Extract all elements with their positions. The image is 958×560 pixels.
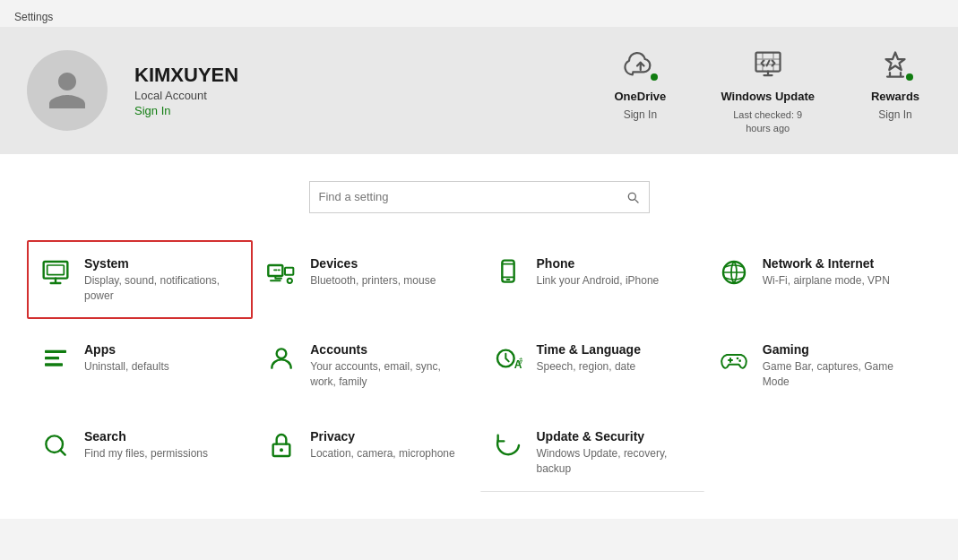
update-text: Update & Security Windows Update, recove…	[537, 429, 693, 477]
svg-rect-4	[285, 267, 293, 274]
search-icon	[626, 190, 640, 204]
svg-rect-8	[45, 350, 66, 353]
svg-point-19	[280, 448, 283, 452]
accounts-desc: Your accounts, email, sync, work, family	[310, 359, 466, 390]
search-setting-icon	[39, 429, 72, 461]
profile-header: KIMXUYEN Local Account Sign In OneDrive …	[0, 27, 958, 154]
settings-grid: System Display, sound, notifications, po…	[0, 231, 958, 519]
onedrive-signin: Sign In	[624, 108, 657, 121]
setting-item-network[interactable]: Network & Internet Wi-Fi, airplane mode,…	[705, 240, 931, 320]
devices-text: Devices Bluetooth, printers, mouse	[310, 256, 436, 289]
setting-item-apps[interactable]: Apps Uninstall, defaults	[27, 326, 253, 406]
svg-rect-2	[47, 265, 65, 275]
username: KIMXUYEN	[134, 64, 238, 87]
devices-desc: Bluetooth, printers, mouse	[310, 273, 436, 289]
network-icon	[718, 256, 750, 289]
windows-update-service[interactable]: Windows Update Last checked: 9hours ago	[721, 45, 815, 136]
header-services: OneDrive Sign In Windows Update Last che…	[604, 45, 931, 136]
setting-item-accounts[interactable]: Accounts Your accounts, email, sync, wor…	[253, 326, 479, 406]
avatar	[27, 50, 108, 131]
time-text: Time & Language Speech, region, date	[537, 342, 641, 375]
network-title: Network & Internet	[763, 256, 890, 271]
update-title: Update & Security	[537, 429, 693, 444]
privacy-title: Privacy	[310, 429, 454, 444]
user-info: KIMXUYEN Local Account Sign In	[134, 64, 238, 117]
svg-point-11	[277, 349, 287, 359]
search-desc: Find my files, permissions	[84, 446, 208, 461]
apps-title: Apps	[84, 342, 169, 357]
phone-title: Phone	[537, 256, 660, 271]
onedrive-label: OneDrive	[614, 90, 666, 103]
system-text: System Display, sound, notifications, po…	[84, 256, 240, 304]
gaming-icon	[718, 342, 750, 375]
onedrive-status-dot	[649, 72, 660, 82]
windows-update-label: Windows Update	[721, 90, 815, 103]
svg-point-5	[288, 278, 292, 282]
setting-item-update[interactable]: Update & Security Windows Update, recove…	[479, 413, 705, 492]
gaming-desc: Game Bar, captures, Game Mode	[763, 359, 919, 390]
system-desc: Display, sound, notifications, power	[84, 273, 240, 304]
devices-icon	[265, 256, 298, 289]
apps-text: Apps Uninstall, defaults	[84, 342, 169, 375]
devices-title: Devices	[310, 256, 436, 271]
accounts-icon	[265, 342, 298, 375]
search-text: Search Find my files, permissions	[84, 429, 208, 461]
rewards-label: Rewards	[871, 90, 919, 103]
windows-update-sub: Last checked: 9hours ago	[733, 108, 802, 136]
phone-icon	[492, 256, 524, 289]
rewards-status-dot	[904, 72, 915, 82]
svg-text:あ: あ	[517, 358, 522, 366]
network-desc: Wi-Fi, airplane mode, VPN	[763, 273, 890, 289]
search-title: Search	[84, 429, 208, 444]
svg-rect-9	[45, 357, 59, 359]
apps-desc: Uninstall, defaults	[84, 359, 169, 375]
accounts-title: Accounts	[310, 342, 466, 357]
windows-update-icon	[748, 45, 788, 84]
app-title: Settings	[14, 11, 53, 23]
update-desc: Windows Update, recovery, backup	[537, 446, 693, 477]
account-type: Local Account	[134, 89, 238, 102]
svg-point-16	[738, 360, 741, 363]
time-title: Time & Language	[537, 342, 641, 357]
setting-item-gaming[interactable]: Gaming Game Bar, captures, Game Mode	[705, 326, 931, 406]
phone-text: Phone Link your Android, iPhone	[537, 256, 660, 289]
setting-item-search[interactable]: Search Find my files, permissions	[27, 413, 253, 492]
privacy-desc: Location, camera, microphone	[310, 446, 454, 461]
network-text: Network & Internet Wi-Fi, airplane mode,…	[763, 256, 890, 289]
gaming-text: Gaming Game Bar, captures, Game Mode	[763, 342, 919, 390]
update-icon	[492, 429, 524, 461]
search-input[interactable]	[319, 190, 626, 203]
search-box	[309, 181, 650, 213]
person-icon	[45, 68, 90, 113]
setting-item-devices[interactable]: Devices Bluetooth, printers, mouse	[253, 240, 479, 320]
time-desc: Speech, region, date	[537, 359, 641, 375]
svg-point-15	[736, 358, 738, 360]
onedrive-icon	[620, 45, 660, 84]
phone-desc: Link your Android, iPhone	[537, 273, 660, 289]
setting-item-phone[interactable]: Phone Link your Android, iPhone	[479, 240, 705, 320]
privacy-text: Privacy Location, camera, microphone	[310, 429, 454, 461]
profile-sign-in-link[interactable]: Sign In	[134, 104, 238, 117]
title-bar: Settings	[0, 0, 958, 27]
search-area	[0, 154, 958, 231]
rewards-signin: Sign In	[878, 108, 911, 121]
setting-item-time[interactable]: A あ Time & Language Speech, region, date	[479, 326, 705, 406]
gaming-title: Gaming	[763, 342, 919, 357]
svg-rect-10	[45, 364, 63, 366]
system-icon	[39, 256, 72, 289]
apps-icon	[39, 342, 72, 375]
accounts-text: Accounts Your accounts, email, sync, wor…	[310, 342, 466, 390]
rewards-icon	[876, 45, 915, 84]
onedrive-service[interactable]: OneDrive Sign In	[604, 45, 676, 121]
time-icon: A あ	[492, 342, 524, 375]
setting-item-privacy[interactable]: Privacy Location, camera, microphone	[253, 413, 479, 492]
setting-item-system[interactable]: System Display, sound, notifications, po…	[27, 240, 253, 320]
system-title: System	[84, 256, 240, 271]
rewards-service[interactable]: Rewards Sign In	[859, 45, 931, 121]
privacy-icon	[265, 429, 298, 461]
